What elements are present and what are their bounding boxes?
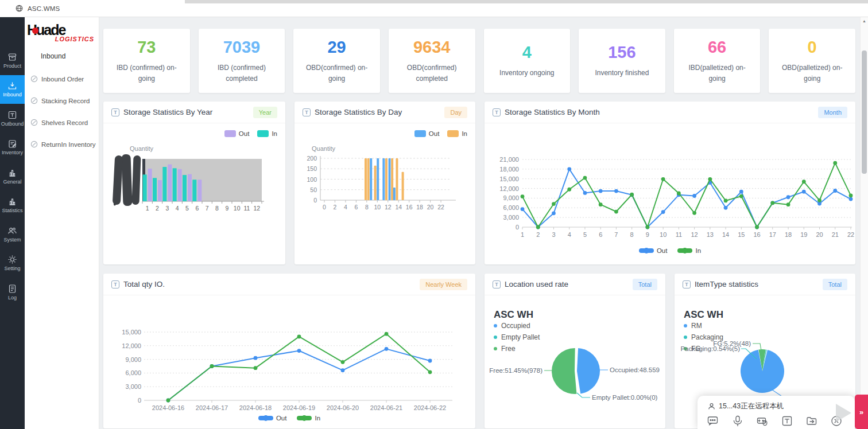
window-chrome-strip (185, 0, 868, 3)
stat-card: 0OBD(palletized) on-going (769, 29, 855, 93)
svg-text:50: 50 (310, 186, 317, 193)
screen: ASC.WMS ProductInboundOutboundInventoryG… (0, 0, 868, 429)
legend-item-in[interactable]: In (677, 247, 701, 254)
legend-label: In (462, 130, 467, 137)
stat-value: 4 (522, 43, 532, 62)
sidebar-item-inbound[interactable]: Inbound (0, 75, 25, 104)
sidebar-item-system[interactable]: System (0, 220, 25, 249)
legend-item-out[interactable]: Out (258, 415, 287, 422)
svg-text:3,000: 3,000 (503, 214, 519, 221)
legend-label: Out (429, 130, 440, 137)
period-badge-day[interactable]: Day (444, 107, 467, 118)
stat-value: 73 (137, 38, 156, 57)
scope-badge-total[interactable]: Total (823, 279, 847, 290)
card-header: T ItemType statistics Total (675, 274, 855, 295)
remote-status: 15...43正在远程本机 (698, 396, 855, 411)
stat-value: 66 (708, 38, 726, 57)
rail-item-label: General (3, 179, 21, 185)
sidebar-item-outbound[interactable]: Outbound (0, 104, 25, 133)
expand-ribbon[interactable]: » (855, 395, 868, 429)
menu-item-inbound-order[interactable]: Inbound Order (30, 75, 99, 83)
card-title-text: Storage Statistics By Year (123, 108, 212, 116)
svg-text:6,000: 6,000 (503, 204, 519, 211)
svg-text:11: 11 (244, 205, 250, 212)
menu-item-shelves-record[interactable]: Shelves Record (30, 119, 99, 126)
legend-label: In (315, 415, 320, 422)
period-badge-year[interactable]: Year (253, 107, 277, 118)
legend-item-in[interactable]: In (447, 130, 467, 137)
card-title-text: ItemType statistics (695, 280, 758, 288)
rail-item-label: Statistics (2, 208, 22, 213)
legend-item-in[interactable]: In (257, 130, 277, 137)
pending-circle-icon (30, 141, 38, 148)
card-location-used-rate: T Location used rate Total ASC WH Occupi… (485, 274, 665, 428)
card-title-text: Location used rate (505, 280, 568, 288)
location-pie-chart: Free:51.45%(978)Occupied:48.559Empty Pal… (485, 295, 665, 428)
legend-item-out[interactable]: Out (414, 130, 440, 137)
stat-label: Inventory finished (587, 68, 657, 79)
svg-text:2024-06-18: 2024-06-18 (239, 404, 272, 411)
svg-text:2024-06-22: 2024-06-22 (414, 404, 446, 411)
period-badge-month[interactable]: Month (818, 107, 847, 118)
svg-text:0: 0 (516, 224, 519, 231)
remote-control-toolbar: 15...43正在远程本机 (698, 396, 855, 429)
menu-item-returnin-inventory[interactable]: ReturnIn Inventory (30, 141, 99, 148)
stat-card: 29OBD(confirmed) on-going (293, 29, 380, 93)
stat-value: 9634 (413, 38, 451, 57)
sidebar-item-statistics[interactable]: Statistics (0, 191, 25, 220)
scroll-up-arrow[interactable]: ▲ (861, 19, 868, 23)
sidebar-item-inventory[interactable]: Inventory (0, 133, 25, 162)
legend-item-out[interactable]: Out (639, 247, 668, 254)
inbound-tray-icon (7, 81, 17, 91)
month-chart-legend: OutIn (485, 247, 855, 254)
rail-item-label: Inventory (2, 150, 23, 155)
remote-control-icon[interactable] (757, 415, 768, 429)
svg-text:12,000: 12,000 (499, 185, 519, 192)
sidebar-item-log[interactable]: Log (0, 278, 25, 307)
mic-icon[interactable] (732, 415, 743, 429)
svg-text:10: 10 (660, 231, 666, 238)
svg-text:8: 8 (215, 205, 219, 212)
svg-text:0: 0 (323, 204, 326, 210)
sidebar-item-setting[interactable]: Setting (0, 249, 25, 278)
box-icon (7, 52, 17, 62)
svg-text:2: 2 (156, 205, 159, 212)
menu-item-stacking-record[interactable]: Stacking Record (30, 97, 99, 104)
remote-status-text: 15...43正在远程本机 (719, 401, 784, 411)
y-axis-label: Quantity (130, 145, 153, 152)
sidebar-item-product[interactable]: Product (0, 46, 25, 75)
svg-text:18,000: 18,000 (499, 166, 519, 173)
text-tool-icon[interactable] (781, 415, 793, 429)
scope-badge-total[interactable]: Total (633, 279, 657, 290)
charts-row-1: T Storage Statistics By Year Year OutIn … (103, 102, 855, 264)
sidebar-item-general[interactable]: General (0, 162, 25, 191)
legend-item-out[interactable]: Out (224, 130, 250, 137)
card-storage-by-day: T Storage Statistics By Day Day OutIn Qu… (294, 102, 475, 264)
legend-swatch (224, 130, 236, 137)
stat-value: 7039 (223, 38, 261, 57)
svg-text:22: 22 (437, 204, 444, 210)
person-icon (708, 403, 715, 410)
folder-share-icon[interactable] (806, 415, 817, 429)
legend-label: Out (276, 415, 287, 422)
svg-text:13: 13 (707, 231, 714, 238)
svg-text:16: 16 (753, 231, 760, 238)
svg-text:9: 9 (225, 205, 228, 212)
scrollbar-thumb[interactable] (862, 50, 867, 174)
svg-text:4: 4 (568, 231, 571, 238)
legend-item-in[interactable]: In (297, 415, 320, 422)
svg-text:21: 21 (832, 231, 839, 238)
clipboard-icon (7, 139, 17, 149)
svg-text:5: 5 (583, 231, 587, 238)
bar-chart-icon (7, 168, 17, 178)
card-title: T Storage Statistics By Year (111, 108, 212, 116)
period-badge-nearly-week[interactable]: Nearly Week (420, 279, 467, 290)
stat-label: IBD(palletized) on-going (674, 63, 761, 84)
stat-label: OBD(palletized) on-going (769, 63, 855, 84)
legend-line-swatch (677, 247, 692, 254)
logo-red-dot (32, 28, 38, 34)
svg-text:17: 17 (769, 231, 776, 238)
globe-icon (16, 5, 23, 12)
card-title-text: Total qty IO. (123, 280, 165, 288)
chat-icon[interactable] (707, 415, 719, 429)
